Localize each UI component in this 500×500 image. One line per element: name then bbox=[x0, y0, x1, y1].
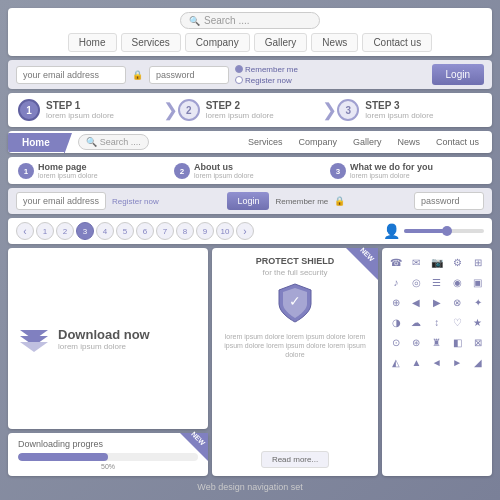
icon-11[interactable]: ◀ bbox=[408, 294, 424, 310]
icon-22[interactable]: ♜ bbox=[429, 334, 445, 350]
page-link-num-1: 1 bbox=[18, 163, 34, 179]
slider-thumb[interactable] bbox=[442, 226, 452, 236]
register-item[interactable]: Register now bbox=[235, 76, 298, 85]
password-input-2[interactable] bbox=[414, 192, 484, 210]
page-1[interactable]: 1 bbox=[36, 222, 54, 240]
login-bar-1: 🔒 Remember me Register now Login bbox=[8, 60, 492, 89]
icon-23[interactable]: ◧ bbox=[449, 334, 465, 350]
page-9[interactable]: 9 bbox=[196, 222, 214, 240]
page-link-2-label: About us bbox=[194, 162, 254, 172]
nav-home-active[interactable]: Home bbox=[8, 133, 64, 152]
icon-20[interactable]: ⊙ bbox=[388, 334, 404, 350]
footer-text: Web design navigation set bbox=[197, 482, 302, 492]
login-button-2[interactable]: Login bbox=[227, 192, 269, 210]
tab-contact[interactable]: Contact us bbox=[362, 33, 432, 52]
icon-12[interactable]: ▶ bbox=[429, 294, 445, 310]
tab-news[interactable]: News bbox=[311, 33, 358, 52]
icon-27[interactable]: ◄ bbox=[429, 354, 445, 370]
tab-services[interactable]: Services bbox=[121, 33, 181, 52]
tab-home[interactable]: Home bbox=[68, 33, 117, 52]
register-now-2[interactable]: Register now bbox=[112, 197, 159, 206]
slider-fill bbox=[404, 229, 444, 233]
page-link-3-label: What we do for you bbox=[350, 162, 433, 172]
nav2-company[interactable]: Company bbox=[291, 134, 344, 150]
page-4[interactable]: 4 bbox=[96, 222, 114, 240]
nav2-contact[interactable]: Contact us bbox=[429, 134, 486, 150]
page-next[interactable]: › bbox=[236, 222, 254, 240]
page-6[interactable]: 6 bbox=[136, 222, 154, 240]
email-input-1[interactable] bbox=[16, 66, 126, 84]
icon-14[interactable]: ✦ bbox=[470, 294, 486, 310]
icon-16[interactable]: ☁ bbox=[408, 314, 424, 330]
icon-17[interactable]: ↕ bbox=[429, 314, 445, 330]
page-link-1-info: Home page lorem ipsum dolore bbox=[38, 162, 98, 179]
icon-15[interactable]: ◑ bbox=[388, 314, 404, 330]
search-box-2[interactable]: 🔍 Search .... bbox=[78, 134, 149, 150]
page-link-2-sub: lorem ipsum dolore bbox=[194, 172, 254, 179]
icon-3[interactable]: ⚙ bbox=[449, 254, 465, 270]
search-box-1[interactable]: 🔍 Search .... bbox=[180, 12, 320, 29]
step-1-label: STEP 1 bbox=[46, 100, 114, 111]
icon-21[interactable]: ⊛ bbox=[408, 334, 424, 350]
nav2-services[interactable]: Services bbox=[241, 134, 290, 150]
page-2[interactable]: 2 bbox=[56, 222, 74, 240]
icon-6[interactable]: ◎ bbox=[408, 274, 424, 290]
step-2-sub: lorem ipsum dolore bbox=[206, 111, 274, 120]
icon-29[interactable]: ◢ bbox=[470, 354, 486, 370]
icon-7[interactable]: ☰ bbox=[429, 274, 445, 290]
icon-26[interactable]: ▲ bbox=[408, 354, 424, 370]
tab-gallery[interactable]: Gallery bbox=[254, 33, 308, 52]
step-2: 2 STEP 2 lorem ipsum dolore bbox=[178, 99, 323, 121]
progress-label: Downloading progres bbox=[18, 439, 198, 449]
search-placeholder-2: Search .... bbox=[100, 137, 141, 147]
icon-4[interactable]: ⊞ bbox=[470, 254, 486, 270]
icon-1[interactable]: ✉ bbox=[408, 254, 424, 270]
remember-me-item[interactable]: Remember me bbox=[235, 65, 298, 74]
email-input-2[interactable] bbox=[16, 192, 106, 210]
nav2-gallery[interactable]: Gallery bbox=[346, 134, 389, 150]
tab-company[interactable]: Company bbox=[185, 33, 250, 52]
navbar-2-top: Home 🔍 Search .... Services Company Gall… bbox=[8, 131, 492, 153]
icon-13[interactable]: ⊗ bbox=[449, 294, 465, 310]
icon-9[interactable]: ▣ bbox=[470, 274, 486, 290]
step-num-2: 2 bbox=[178, 99, 200, 121]
login-button-1[interactable]: Login bbox=[432, 64, 484, 85]
icon-2[interactable]: 📷 bbox=[429, 254, 445, 270]
page-prev[interactable]: ‹ bbox=[16, 222, 34, 240]
icon-5[interactable]: ♪ bbox=[388, 274, 404, 290]
icon-19[interactable]: ★ bbox=[470, 314, 486, 330]
read-more-button[interactable]: Read more... bbox=[261, 451, 329, 468]
bottom-left: Download now lorem ipsum dolore NEW Down… bbox=[8, 248, 208, 476]
page-7[interactable]: 7 bbox=[156, 222, 174, 240]
icon-25[interactable]: ◭ bbox=[388, 354, 404, 370]
search-placeholder-1: Search .... bbox=[204, 15, 250, 26]
download-card: Download now lorem ipsum dolore bbox=[8, 248, 208, 429]
navbar-1: 🔍 Search .... Home Services Company Gall… bbox=[8, 8, 492, 56]
page-5[interactable]: 5 bbox=[116, 222, 134, 240]
step-3-info: STEP 3 lorem ipsum dolore bbox=[365, 100, 433, 120]
icon-8[interactable]: ◉ bbox=[449, 274, 465, 290]
page-3[interactable]: 3 bbox=[76, 222, 94, 240]
step-2-info: STEP 2 lorem ipsum dolore bbox=[206, 100, 274, 120]
icon-24[interactable]: ⊠ bbox=[470, 334, 486, 350]
icon-28[interactable]: ► bbox=[449, 354, 465, 370]
progress-track bbox=[18, 453, 198, 461]
page-10[interactable]: 10 bbox=[216, 222, 234, 240]
slider-track[interactable] bbox=[404, 229, 484, 233]
page-link-num-2: 2 bbox=[174, 163, 190, 179]
search-icon-2: 🔍 bbox=[86, 137, 97, 147]
icon-0[interactable]: ☎ bbox=[388, 254, 404, 270]
step-2-label: STEP 2 bbox=[206, 100, 274, 111]
password-input-1[interactable] bbox=[149, 66, 229, 84]
nav2-news[interactable]: News bbox=[390, 134, 427, 150]
icon-18[interactable]: ♡ bbox=[449, 314, 465, 330]
step-num-3: 3 bbox=[337, 99, 359, 121]
icon-10[interactable]: ⊕ bbox=[388, 294, 404, 310]
shield-title: PROTECT SHIELD for the full security bbox=[256, 256, 335, 278]
shield-card: NEW PROTECT SHIELD for the full security… bbox=[212, 248, 378, 476]
page-link-1: 1 Home page lorem ipsum dolore bbox=[18, 162, 170, 179]
page-8[interactable]: 8 bbox=[176, 222, 194, 240]
step-arrow-2: ❯ bbox=[322, 99, 337, 121]
progress-fill bbox=[18, 453, 108, 461]
step-arrow-1: ❯ bbox=[163, 99, 178, 121]
